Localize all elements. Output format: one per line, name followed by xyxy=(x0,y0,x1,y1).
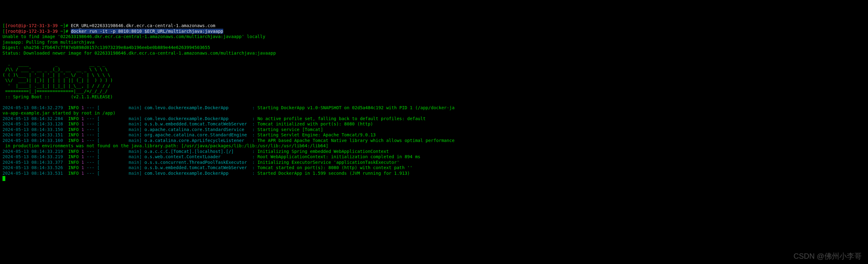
log-line: 2024-05-13 08:14:33.219 INFO 1 --- [ mai… xyxy=(2,154,420,159)
spring-banner-1: . ____ _ __ _ _ xyxy=(2,61,105,66)
spring-banner-7: :: Spring Boot :: (v2.1.1.RELEASE) xyxy=(2,94,113,99)
log-line: 2024-05-13 08:14:33.526 INFO 1 --- [ mai… xyxy=(2,165,412,170)
spring-banner-3: ( ( )\___ | '_ | '_| | '_ \/ _` | \ \ \ … xyxy=(2,72,111,78)
log-line: 2024-05-13 08:14:32.284 INFO 1 --- [ mai… xyxy=(2,116,426,121)
log-line: 2024-05-13 08:14:33.531 INFO 1 --- [ mai… xyxy=(2,171,410,176)
command-1: ECR_URL=022633198646.dkr.ecr.ca-central-… xyxy=(71,23,215,28)
log-line: 2024-05-13 08:14:33.219 INFO 1 --- [ mai… xyxy=(2,149,389,154)
log-line: 2024-05-13 08:14:33.150 INFO 1 --- [ mai… xyxy=(2,127,323,132)
log-line: 2024-05-13 08:14:33.160 INFO 1 --- [ mai… xyxy=(2,138,455,143)
prompt-line-2: [[root@ip-172-31-3-39 ~]# docker run -it… xyxy=(2,29,223,34)
terminal-output[interactable]: [[root@ip-172-31-3-39 ~]# ECR_URL=022633… xyxy=(2,23,866,182)
log-continuation: in production environments was not found… xyxy=(2,143,328,148)
docker-output-1: Unable to find image '022633198646.dkr.e… xyxy=(2,34,265,39)
log-continuation: va-app-example.jar started by root in /a… xyxy=(2,111,115,115)
command-2-highlighted: docker run -it -p 8010:8010 $ECR_URL/mul… xyxy=(71,29,223,34)
log-line: 2024-05-13 08:14:32.279 INFO 1 --- [ mai… xyxy=(2,105,455,110)
docker-output-2: javaapp: Pulling from multiarchjava xyxy=(2,40,94,45)
cursor xyxy=(2,176,5,181)
spring-banner-6: =========|_|==============|___/=/_/_/_/ xyxy=(2,89,107,94)
spring-banner-4: \\/ ___)| |_)| | | | | || (_| | ) ) ) ) xyxy=(2,78,113,83)
spring-banner-2: /\\ / ___'_ __ _ _(_)_ __ __ _ \ \ \ \ xyxy=(2,67,107,72)
docker-output-3: Digest: sha256:2fb647c7f87eb898d0157c139… xyxy=(2,45,210,50)
log-line: 2024-05-13 08:14:33.128 INFO 1 --- [ mai… xyxy=(2,121,373,126)
docker-output-4: Status: Downloaded newer image for 02263… xyxy=(2,51,276,56)
spring-banner-5: ' |____| .__|_| |_|_| |_\__, | / / / / xyxy=(2,83,111,88)
prompt-line-1: [[root@ip-172-31-3-39 ~]# ECR_URL=022633… xyxy=(2,23,215,28)
log-line: 2024-05-13 08:14:33.377 INFO 1 --- [ mai… xyxy=(2,160,399,165)
log-container: 2024-05-13 08:14:32.279 INFO 1 --- [ mai… xyxy=(2,105,866,176)
log-line: 2024-05-13 08:14:33.151 INFO 1 --- [ mai… xyxy=(2,132,376,137)
